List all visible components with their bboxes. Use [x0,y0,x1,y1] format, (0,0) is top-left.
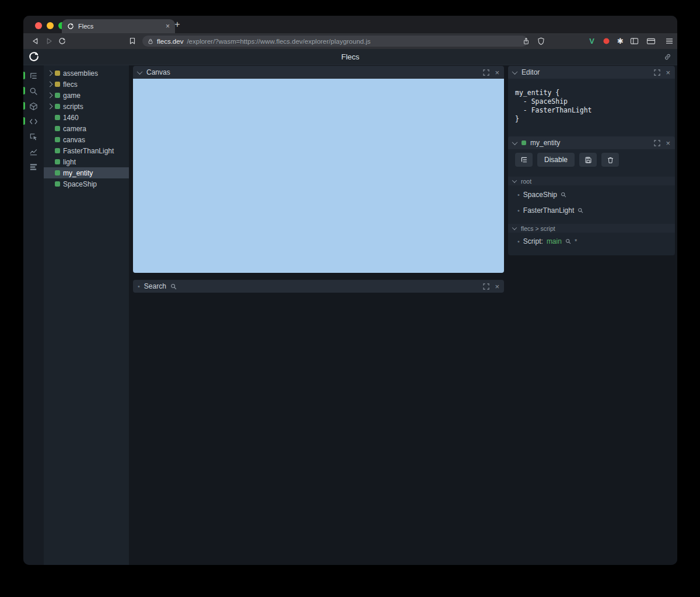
chevron-down-icon[interactable] [513,180,517,183]
menu-icon[interactable] [664,36,674,46]
metrics-bars-icon[interactable] [26,159,41,174]
extension-dot-icon[interactable] [601,36,611,46]
tree-item[interactable]: light [44,156,129,167]
section-title: flecs > script [521,225,555,232]
code-line: - FasterThanLight [515,106,675,115]
tree-item-label: SpaceShip [63,180,97,188]
chevron-down-icon[interactable] [513,227,517,230]
close-icon[interactable]: × [495,283,499,290]
close-icon[interactable]: × [495,69,499,76]
search-icon[interactable] [170,283,177,290]
search-panel-header[interactable]: • Search × [133,280,504,293]
close-window-button[interactable] [35,22,42,29]
expand-icon[interactable] [654,140,660,146]
chevron-down-icon[interactable] [513,141,517,145]
tree-item-selected[interactable]: my_entity [44,167,129,178]
item-dot-icon: • [517,192,520,198]
chevron-right-icon[interactable] [47,71,52,75]
browser-tab[interactable]: Flecs × [62,19,175,33]
app-header: Flecs [23,49,677,65]
code-editor[interactable]: my_entity { - SpaceShip - FasterThanLigh… [508,79,675,145]
panel-title: Search [144,282,166,290]
code-view-icon[interactable] [26,114,41,129]
close-icon[interactable]: × [666,69,670,76]
reload-icon[interactable] [57,36,67,46]
expand-icon[interactable] [654,69,660,76]
tree-item[interactable]: game [44,90,129,101]
bookmark-icon[interactable] [127,36,137,46]
entity-icon [55,148,60,153]
editor-panel-header[interactable]: Editor × [508,66,675,79]
panel-title: Canvas [146,68,170,76]
tree-item[interactable]: assemblies [44,68,129,79]
chevron-down-icon[interactable] [513,71,517,75]
canvas-panel-header[interactable]: Canvas × [133,66,504,79]
sidebar-toggle-icon[interactable] [629,36,639,46]
shield-icon[interactable] [536,36,546,46]
tree-item[interactable]: SpaceShip [44,178,129,189]
page-title: Flecs [23,49,677,65]
disable-button[interactable]: Disable [537,153,575,167]
stats-chart-icon[interactable] [26,144,41,159]
component-label: Script: [523,237,543,245]
share-icon[interactable] [521,36,531,46]
tree-view-icon[interactable] [26,68,41,83]
tree-item-label: my_entity [63,169,93,177]
app-body: assemblies flecs game scripts [23,65,677,565]
entity-toolbar: Disable [515,153,619,167]
address-bar[interactable]: flecs.dev/explorer/?wasm=https://www.fle… [142,36,528,47]
tree-item[interactable]: scripts [44,101,129,112]
wallet-icon[interactable] [646,36,656,46]
active-indicator [23,117,25,125]
tree-item-label: FasterThanLight [63,147,114,155]
script-edit-icon[interactable]: * [575,238,577,245]
main-content: Canvas × • Search [129,65,677,565]
tree-item[interactable]: canvas [44,134,129,145]
tree-item[interactable]: camera [44,123,129,134]
chevron-right-icon[interactable] [47,93,52,97]
entity-tree: assemblies flecs game scripts [44,65,129,565]
chevron-right-icon[interactable] [47,104,52,108]
chevron-right-icon[interactable] [47,82,52,86]
search-icon[interactable] [565,238,571,244]
panel-dot-icon: • [138,283,140,290]
render-canvas[interactable] [133,79,504,273]
minimize-window-button[interactable] [47,22,54,29]
chevron-down-icon[interactable] [138,71,142,75]
section-header-root[interactable]: root [508,177,675,185]
extensions-puzzle-icon[interactable]: ✱ [615,36,625,46]
section-header-script[interactable]: flecs > script [508,224,675,233]
component-row[interactable]: • Script: main * [517,237,577,246]
back-icon[interactable] [30,36,40,46]
tab-favicon [67,23,74,30]
entity-icon [55,104,60,109]
tree-item[interactable]: FasterThanLight [44,145,129,156]
component-value: main [547,237,562,245]
show-in-tree-button[interactable] [515,153,533,167]
code-line: - SpaceShip [515,97,675,106]
forward-icon[interactable] [44,36,54,46]
tree-item-label: game [63,92,80,100]
active-indicator [23,87,25,94]
component-row[interactable]: • SpaceShip [517,190,566,199]
entity-panel-header[interactable]: my_entity × [508,136,675,149]
delete-button[interactable] [601,153,619,167]
expand-icon[interactable] [483,69,489,76]
tab-close-icon[interactable]: × [166,23,170,30]
component-row[interactable]: • FasterThanLight [517,206,583,215]
new-tab-button[interactable]: + [172,19,183,30]
entity-icon [55,126,60,131]
query-inspect-icon[interactable] [26,129,41,144]
entities-cube-icon[interactable] [26,99,41,114]
tree-item[interactable]: flecs [44,79,129,90]
permalink-icon[interactable] [664,53,671,61]
tree-item[interactable]: 1460 [44,112,129,123]
expand-icon[interactable] [483,283,489,290]
close-icon[interactable]: × [666,139,670,147]
extension-v-icon[interactable]: V [587,36,597,46]
search-icon[interactable] [578,208,583,213]
item-dot-icon: • [517,238,520,245]
search-view-icon[interactable] [26,83,41,99]
search-icon[interactable] [561,192,566,198]
save-button[interactable] [579,153,597,167]
